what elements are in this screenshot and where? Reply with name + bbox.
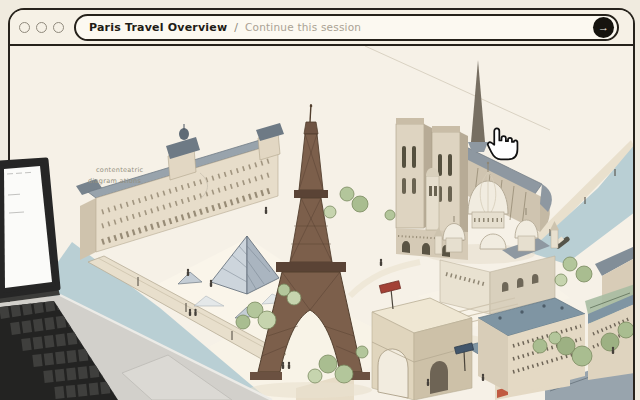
go-button[interactable]: → bbox=[593, 17, 614, 38]
session-hint: Continue this session bbox=[245, 21, 361, 33]
hand-cursor-icon bbox=[488, 128, 518, 159]
session-address-bar[interactable]: Paris Travel Overview / Continue this se… bbox=[74, 14, 619, 41]
browser-topbar: Paris Travel Overview / Continue this se… bbox=[10, 10, 633, 46]
breadcrumb-separator: / bbox=[234, 21, 238, 34]
session-title: Paris Travel Overview bbox=[89, 21, 227, 34]
window-control-icon[interactable] bbox=[36, 22, 47, 33]
sketch-line bbox=[365, 46, 550, 130]
window-control-icon[interactable] bbox=[19, 22, 30, 33]
arrow-right-icon: → bbox=[598, 22, 609, 33]
window-controls bbox=[19, 22, 64, 33]
laptop bbox=[0, 155, 285, 400]
street-sign-red bbox=[379, 281, 400, 309]
window-control-icon[interactable] bbox=[53, 22, 64, 33]
